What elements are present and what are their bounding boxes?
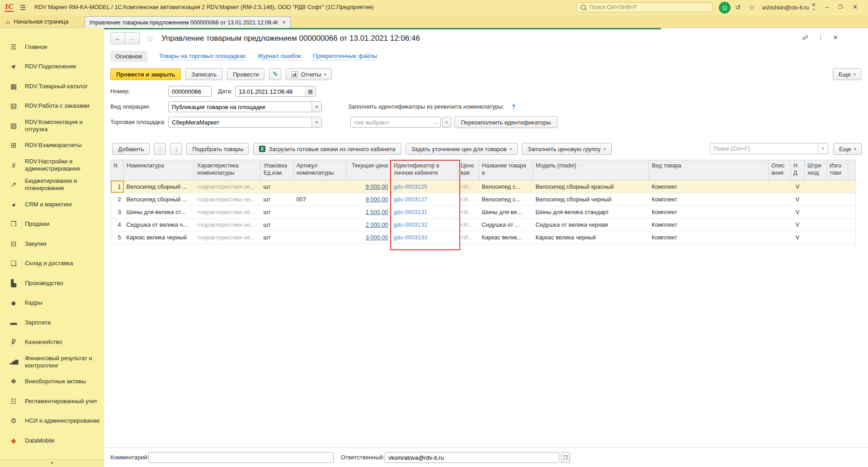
nav-link-attached-files[interactable]: Прикрепленные файлы [313, 52, 377, 60]
cell-price[interactable]: 1 500,00 [346, 206, 391, 219]
col-header-kind[interactable]: Вид товара [649, 160, 769, 181]
cell-model[interactable]: Велосипед сборный черный [533, 193, 649, 206]
sidebar-item[interactable]: ❖Внеоборотные активы [0, 372, 104, 392]
sidebar-item[interactable]: ⊟Закупки [0, 234, 104, 254]
cell-nd[interactable]: V [791, 181, 805, 193]
minimize-icon[interactable]: – [826, 4, 829, 10]
col-header-characteristic[interactable]: Характеристика номенклатуры [194, 160, 261, 181]
cell-description[interactable] [769, 181, 791, 193]
cell-tail[interactable] [848, 219, 856, 231]
post-button[interactable]: Провести [227, 68, 265, 80]
more-dots-icon[interactable]: ⋮ [817, 34, 824, 41]
cell-kind[interactable]: Комплект [649, 219, 769, 231]
refill-ids-button[interactable]: Перезаполнить идентификаторы [454, 116, 557, 128]
cell-price_group[interactable]: <И... [458, 181, 479, 193]
date-field[interactable]: 13.01.2021 12:06:46 ▦ [235, 86, 316, 97]
cell-nd[interactable]: V [791, 219, 805, 231]
table-row[interactable]: 5Каркас велика черный<характеристики не.… [111, 231, 856, 244]
cell-price[interactable]: 9 000,00 [346, 181, 391, 193]
cell-characteristic[interactable]: <характеристики не... [194, 231, 261, 244]
cell-n[interactable]: 2 [111, 193, 124, 206]
sidebar-item[interactable]: ▬Зарплата [0, 313, 104, 333]
cell-market_name[interactable]: Велосипед с... [479, 193, 533, 206]
cell-model[interactable]: Шины для велика стандарт [533, 206, 649, 219]
col-header-price_group[interactable]: Цено вая [458, 160, 479, 181]
sidebar-item[interactable]: ▨RDV:Комплектация и отгрузка [0, 116, 104, 136]
cell-price_group[interactable]: <И... [458, 193, 479, 206]
cell-id[interactable]: gds-0003131 [391, 206, 458, 219]
table-row[interactable]: 4Сидушка от велика ч...<характеристики н… [111, 219, 856, 231]
sidebar-item[interactable]: ⚙НСИ и администрирование [0, 411, 104, 431]
sidebar-item[interactable]: ◆DataMobile [0, 431, 104, 451]
cell-kind[interactable]: Комплект [649, 231, 769, 244]
cell-description[interactable] [769, 231, 791, 244]
sidebar-item[interactable]: ▦RDV:Товарный каталог [0, 76, 104, 96]
table-row[interactable]: 1Велосипед сборный ...<характеристики не… [111, 181, 856, 193]
table-row[interactable]: 2Велосипед сборный ...<характеристики не… [111, 193, 856, 206]
responsible-input[interactable] [385, 452, 559, 463]
save-button[interactable]: Записать [185, 68, 222, 80]
sidebar-item[interactable]: ☻Кадры [0, 293, 104, 313]
sidebar-item[interactable]: ↗Бюджетирование и планирование [0, 175, 104, 195]
close-form-icon[interactable]: ✕ [833, 34, 838, 41]
col-header-description[interactable]: Опис ание [769, 160, 791, 181]
cell-n[interactable]: 4 [111, 219, 124, 231]
cell-model[interactable]: Велосипед сборный красный [533, 181, 649, 193]
tab-document[interactable]: Управление товарным предложением 0000000… [85, 16, 291, 28]
sidebar-item[interactable]: ₽Казначейство [0, 333, 104, 353]
col-header-model[interactable]: Модель (model) [533, 160, 649, 181]
fill-price-group-button[interactable]: Заполнить ценовую группу ▾ [522, 143, 612, 155]
main-menu-burger-icon[interactable]: ☰ [20, 4, 26, 12]
cell-market_name[interactable]: Сидушка от ... [479, 219, 533, 231]
col-header-barcode[interactable]: Штри хкод [805, 160, 827, 181]
move-down-icon[interactable]: ↓ [175, 146, 178, 152]
move-up-icon[interactable]: ↑ [159, 146, 162, 152]
cell-nomenclature[interactable]: Шины для велика ст... [124, 206, 194, 219]
id-attribute-field[interactable]: <не выбран> … [350, 117, 441, 128]
sidebar-item[interactable]: ◕CRM и маркетинг [0, 195, 104, 214]
cell-article[interactable] [294, 181, 346, 193]
global-search-input[interactable] [589, 4, 709, 11]
cell-article[interactable]: 007 [294, 193, 346, 206]
cell-nomenclature[interactable]: Велосипед сборный ... [124, 193, 194, 206]
sidebar-item[interactable]: ♯RDV:Настройки и администрирование [0, 155, 104, 175]
table-search-input[interactable] [710, 146, 818, 152]
cell-nd[interactable]: V [791, 231, 805, 244]
history-icon[interactable]: ↺ [735, 4, 741, 11]
table-search[interactable]: × [710, 143, 828, 154]
post-and-close-button[interactable]: Провести и закрыть [110, 68, 181, 80]
cell-manufacturer[interactable] [827, 231, 848, 244]
cell-n[interactable]: 5 [111, 231, 124, 244]
restore-window-icon[interactable]: ❐ [838, 4, 843, 10]
cell-tail[interactable] [848, 231, 856, 244]
col-header-tail[interactable] [848, 160, 856, 181]
help-link[interactable]: ? [512, 101, 515, 112]
user-menu-icon[interactable]: ≡ ▾ [812, 3, 816, 12]
cell-id[interactable]: gds-0003133 [391, 231, 458, 244]
cell-pack[interactable]: шт [261, 219, 294, 231]
cell-market_name[interactable]: Каркас велик... [479, 231, 533, 244]
col-header-nd[interactable]: Н Д [791, 160, 805, 181]
marketplace-select[interactable]: СберМегаМаркет ▾ [168, 117, 322, 128]
pick-goods-button[interactable]: Подобрать товары [186, 143, 249, 155]
cell-market_name[interactable]: Велосипед с... [479, 181, 533, 193]
add-row-button[interactable]: Добавить [112, 143, 150, 155]
posting-pen-icon[interactable]: ✎ [273, 70, 278, 78]
cell-kind[interactable]: Комплект [649, 193, 769, 206]
sidebar-item[interactable]: ❒Продажи [0, 214, 104, 234]
sidebar-item[interactable]: ➤RDV:Подключения [0, 57, 104, 77]
chevron-down-icon[interactable]: ▾ [311, 102, 321, 112]
cell-market_name[interactable]: Шины для ве... [479, 206, 533, 219]
sidebar-item[interactable]: ▂▅▇Финансовый результат и контроллинг [0, 352, 104, 372]
cell-n[interactable]: 1 [111, 181, 124, 193]
operation-select[interactable]: Публикация товаров на площадке ▾ [168, 101, 322, 112]
cell-price[interactable]: 2 000,00 [346, 219, 391, 231]
get-link-icon[interactable]: ☍ [802, 34, 808, 41]
close-window-icon[interactable]: ✕ [853, 4, 858, 10]
cell-characteristic[interactable]: <характеристики не... [194, 181, 261, 193]
sidebar-item[interactable]: ▤RDV:Работа с заказами [0, 96, 104, 116]
sidebar-item[interactable]: ❑Склад и доставка [0, 254, 104, 274]
cell-tail[interactable] [848, 193, 856, 206]
cell-price_group[interactable]: <И... [458, 219, 479, 231]
cell-article[interactable] [294, 231, 346, 244]
